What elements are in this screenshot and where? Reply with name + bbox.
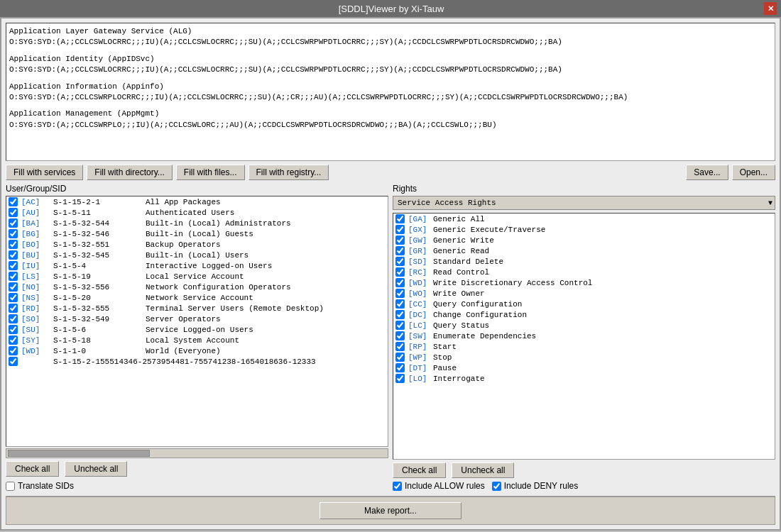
user-checkbox[interactable] — [9, 336, 18, 345]
user-sid: S-1-5-6 — [53, 326, 146, 334]
user-checkbox[interactable] — [9, 250, 18, 260]
user-checkbox[interactable] — [9, 304, 18, 313]
service-name: Application Identity (AppIDSvc) — [9, 54, 772, 65]
user-checkbox[interactable] — [9, 208, 18, 217]
include-rules-row: Include ALLOW rules Include DENY rules — [393, 481, 775, 491]
user-checkbox[interactable] — [9, 272, 18, 281]
rights-checkbox[interactable] — [395, 321, 405, 330]
translate-sid-checkbox[interactable] — [6, 482, 15, 491]
user-checkbox[interactable] — [9, 229, 18, 238]
rights-checkbox[interactable] — [395, 353, 405, 362]
list-item: [NO]S-1-5-32-556Network Configuration Op… — [6, 282, 388, 292]
list-item: S-1-15-2-155514346-2573954481-755741238-… — [6, 356, 388, 367]
save-button[interactable]: Save... — [686, 165, 728, 180]
rights-checkbox[interactable] — [395, 278, 405, 287]
fill-files-button[interactable]: Fill with files... — [176, 165, 245, 180]
user-checkbox[interactable] — [9, 197, 18, 206]
include-allow-label[interactable]: Include ALLOW rules — [393, 481, 485, 491]
list-item: [NS]S-1-5-20Network Service Account — [6, 292, 388, 303]
list-item: [AU]S-1-5-11Authenticated Users — [6, 207, 388, 218]
user-sid: S-1-1-0 — [53, 347, 146, 355]
rights-check-all-button[interactable]: Check all — [393, 462, 446, 478]
user-checkbox[interactable] — [9, 240, 18, 249]
rights-checkbox[interactable] — [395, 225, 405, 234]
sddl-code: O:SYG:SYD:(A;;CCLCSWRPLOCRRC;;;IU)(A;;CC… — [9, 92, 772, 103]
user-checkbox[interactable] — [9, 261, 18, 270]
user-checkbox[interactable] — [9, 282, 18, 292]
user-abbr: [NS] — [21, 294, 53, 302]
sddl-entry: Application Information (Appinfo)O:SYG:S… — [9, 82, 772, 104]
rights-item: [CC]Query Configuration — [393, 299, 775, 309]
rights-checkbox[interactable] — [395, 267, 405, 277]
rights-checkbox[interactable] — [395, 342, 405, 351]
user-check-all-button[interactable]: Check all — [6, 461, 59, 477]
rights-desc: Query Configuration — [433, 300, 522, 309]
make-report-button[interactable]: Make report... — [320, 502, 462, 519]
rights-checkbox[interactable] — [395, 235, 405, 245]
user-panel-bottom: Check all Uncheck all — [6, 461, 388, 477]
user-abbr: [SY] — [21, 336, 53, 345]
rights-item: [LC]Query Status — [393, 320, 775, 331]
user-sid: S-1-5-19 — [53, 272, 146, 281]
make-report-bar: Make report... — [6, 496, 775, 525]
rights-checkbox[interactable] — [395, 374, 405, 383]
user-checkbox[interactable] — [9, 346, 18, 355]
user-sid: S-1-5-4 — [53, 262, 146, 270]
rights-code: [WP] — [408, 353, 433, 362]
sddl-text-area[interactable]: Application Layer Gateway Service (ALG)O… — [6, 23, 775, 161]
user-checkbox[interactable] — [9, 314, 18, 323]
user-group-list[interactable]: [AC]S-1-15-2-1All App Packages[AU]S-1-5-… — [6, 196, 388, 447]
user-abbr: [AC] — [21, 198, 53, 206]
open-button[interactable]: Open... — [732, 165, 775, 180]
include-allow-checkbox[interactable] — [393, 482, 402, 491]
panels: User/Group/SID [AC]S-1-15-2-1All App Pac… — [6, 184, 775, 491]
fill-services-button[interactable]: Fill with services — [6, 165, 83, 180]
close-button[interactable]: ✕ — [764, 2, 777, 15]
rights-checkbox[interactable] — [395, 289, 405, 298]
rights-uncheck-all-button[interactable]: Uncheck all — [452, 462, 514, 478]
user-sid: S-1-5-32-555 — [53, 304, 146, 313]
include-deny-label[interactable]: Include DENY rules — [492, 481, 579, 491]
include-deny-checkbox[interactable] — [492, 482, 501, 491]
rights-item: [GW]Generic Write — [393, 235, 775, 245]
fill-registry-button[interactable]: Fill with registry... — [248, 165, 329, 180]
user-sid: S-1-5-32-556 — [53, 283, 146, 292]
rights-checkbox[interactable] — [395, 246, 405, 255]
rights-checkbox[interactable] — [395, 257, 405, 266]
rights-desc: Standard Delete — [433, 257, 503, 266]
rights-checkbox[interactable] — [395, 299, 405, 309]
list-item: [IU]S-1-5-4Interactive Logged-on Users — [6, 260, 388, 271]
rights-checkbox[interactable] — [395, 363, 405, 372]
rights-checkbox[interactable] — [395, 331, 405, 340]
user-abbr: [IU] — [21, 262, 53, 270]
rights-desc: Write Owner — [433, 289, 485, 298]
user-desc: Service Logged-on Users — [146, 326, 253, 334]
rights-desc: Pause — [433, 364, 457, 372]
rights-code: [SD] — [408, 257, 433, 266]
rights-checkbox[interactable] — [395, 214, 405, 223]
rights-desc: Query Status — [433, 321, 489, 330]
user-checkbox[interactable] — [9, 293, 18, 302]
rights-dropdown-wrapper[interactable]: Service Access Rights ▼ — [393, 196, 775, 210]
user-checkbox[interactable] — [9, 357, 18, 366]
hscroll-bar[interactable] — [6, 448, 388, 458]
rights-code: [SW] — [408, 332, 433, 340]
rights-item: [DC]Change Configuration — [393, 309, 775, 320]
user-checkbox[interactable] — [9, 325, 18, 334]
rights-code: [GW] — [408, 236, 433, 245]
rights-list[interactable]: [GA]Generic All[GX]Generic Execute/Trave… — [393, 213, 775, 460]
fill-directory-button[interactable]: Fill with directory... — [87, 165, 172, 180]
rights-checkbox[interactable] — [395, 310, 405, 319]
user-sid: S-1-5-32-544 — [53, 219, 146, 228]
list-item: [SY]S-1-5-18Local System Account — [6, 335, 388, 345]
service-name: Application Management (AppMgmt) — [9, 109, 772, 119]
title-bar: [SDDL]Viewer by Xi-Tauw ✕ — [0, 0, 781, 17]
user-sid: S-1-5-32-551 — [53, 240, 146, 249]
rights-item: [DT]Pause — [393, 362, 775, 373]
rights-dropdown[interactable]: Service Access Rights — [393, 196, 775, 210]
user-uncheck-all-button[interactable]: Uncheck all — [65, 461, 127, 477]
user-sid: S-1-5-32-549 — [53, 315, 146, 323]
user-checkbox[interactable] — [9, 218, 18, 228]
rights-item: [GA]Generic All — [393, 214, 775, 224]
rights-panel-bottom: Check all Uncheck all — [393, 462, 775, 478]
